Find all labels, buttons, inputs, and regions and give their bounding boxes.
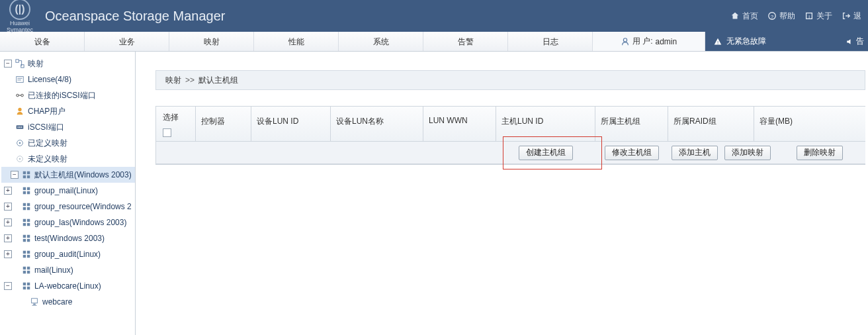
tree-item-iscsi-port[interactable]: iSCSI端口 [1, 119, 135, 135]
svg-point-4 [623, 38, 627, 41]
col-raid-group[interactable]: 所属RAID组 [668, 107, 754, 141]
modify-hostgroup-button[interactable]: 修改主机组 [605, 146, 659, 160]
expand-icon[interactable]: + [4, 203, 12, 211]
svg-rect-6 [16, 60, 19, 62]
tree-item-undefined-map[interactable]: 未定义映射 [1, 151, 135, 167]
nav-home[interactable]: 首页 [730, 11, 758, 22]
svg-rect-32 [27, 203, 30, 206]
nav-logout[interactable]: 退 [842, 11, 861, 22]
tree-item-chap-user[interactable]: CHAP用户 [1, 103, 135, 119]
breadcrumb-root[interactable]: 映射 [165, 75, 181, 86]
svg-rect-16 [18, 126, 19, 128]
iscsi-conn-icon [15, 90, 25, 101]
menu-device[interactable]: 设备 [0, 32, 85, 51]
menu-log[interactable]: 日志 [508, 32, 593, 51]
tree-label: 默认主机组(Windows 2003) [34, 169, 132, 181]
col-select-label: 选择 [163, 112, 179, 123]
svg-rect-44 [27, 251, 30, 254]
tree-host-webcare[interactable]: webcare [1, 294, 135, 310]
col-dev-lun-name[interactable]: 设备LUN名称 [331, 107, 423, 141]
col-dev-lun-id[interactable]: 设备LUN ID [251, 107, 331, 141]
lun-table: 选择 控制器 设备LUN ID 设备LUN名称 LUN WWN 主机LUN ID… [155, 106, 865, 165]
tree-label: 未定义映射 [28, 154, 67, 165]
nav-about[interactable]: i 关于 [804, 11, 832, 22]
hostgroup-icon [21, 185, 32, 196]
hostgroup-icon [21, 217, 32, 228]
svg-point-12 [21, 94, 24, 97]
help-icon: ? [767, 11, 777, 21]
brand-logo: (|) HuaweiSymantec [7, 0, 33, 33]
license-icon [15, 74, 25, 85]
menu-performance[interactable]: 性能 [254, 32, 339, 51]
svg-rect-30 [27, 191, 30, 194]
tree-label: group_las(Windows 2003) [34, 218, 126, 227]
svg-rect-35 [23, 219, 26, 222]
tree-group-webcare[interactable]: − LA-webcare(Linux) [1, 278, 135, 294]
collapse-icon[interactable]: − [4, 60, 12, 68]
expand-icon[interactable]: + [4, 187, 12, 195]
tree-label: test(Windows 2003) [34, 234, 105, 243]
tree-item-iscsi-connected[interactable]: 已连接的iSCSI端口 [1, 87, 135, 103]
tree-group-mail2[interactable]: mail(Linux) [1, 262, 135, 278]
svg-rect-46 [27, 255, 30, 258]
expand-icon[interactable]: + [4, 234, 12, 242]
svg-rect-37 [23, 223, 26, 226]
tree-root-label: 映射 [28, 58, 44, 70]
add-mapping-button[interactable]: 添加映射 [724, 146, 771, 160]
svg-rect-34 [27, 207, 30, 210]
nav-home-label: 首页 [742, 11, 758, 22]
svg-rect-25 [23, 175, 26, 178]
tree-group-resource[interactable]: + group_resource(Windows 2 [1, 199, 135, 215]
col-controller[interactable]: 控制器 [196, 107, 251, 141]
hostgroup-icon [21, 201, 32, 212]
hostgroup-icon [21, 265, 32, 275]
svg-rect-42 [27, 239, 30, 242]
hostgroup-icon [21, 281, 32, 291]
menu-alert-status[interactable]: ! 无紧急故障 [705, 32, 842, 51]
add-host-button[interactable]: 添加主机 [672, 146, 718, 160]
expand-icon[interactable]: + [4, 250, 12, 258]
tree-group-test[interactable]: + test(Windows 2003) [1, 230, 135, 246]
delete-mapping-button[interactable]: 删除映射 [797, 146, 843, 160]
tree-item-license[interactable]: License(4/8) [1, 72, 135, 87]
tree-group-default[interactable]: − 默认主机组(Windows 2003) [1, 167, 135, 183]
user-name: admin [655, 37, 677, 46]
select-all-checkbox[interactable] [163, 128, 171, 137]
chap-user-icon [15, 106, 25, 117]
tree-group-mail[interactable]: + group_mail(Linux) [1, 183, 135, 199]
col-host-group[interactable]: 所属主机组 [595, 107, 668, 141]
menu-user[interactable]: 用 户:admin [593, 32, 705, 51]
menu-mapping[interactable]: 映射 [169, 32, 254, 51]
tree-label: 已连接的iSCSI端口 [28, 90, 96, 101]
collapse-icon[interactable]: − [4, 282, 12, 290]
tree-group-audit[interactable]: + group_audit(Linux) [1, 246, 135, 262]
nav-help[interactable]: ? 帮助 [767, 11, 795, 22]
svg-text:i: i [808, 14, 810, 20]
menu-system[interactable]: 系统 [339, 32, 423, 51]
col-lun-wwn[interactable]: LUN WWN [423, 107, 496, 141]
tree-label: LA-webcare(Linux) [34, 281, 101, 291]
tree-icon [15, 58, 25, 69]
svg-rect-17 [19, 126, 21, 128]
home-icon [730, 11, 740, 21]
svg-point-11 [17, 94, 19, 97]
svg-rect-52 [27, 283, 30, 285]
tree-root-mapping[interactable]: − 映射 [1, 56, 135, 72]
svg-rect-33 [23, 207, 26, 210]
tree-item-defined-map[interactable]: 已定义映射 [1, 135, 135, 151]
col-capacity[interactable]: 容量(MB) [754, 107, 865, 141]
svg-rect-45 [23, 255, 26, 258]
create-hostgroup-button[interactable]: 创建主机组 [519, 146, 573, 160]
expand-icon[interactable]: + [4, 218, 12, 226]
menu-business[interactable]: 业务 [85, 32, 169, 51]
menu-alarm[interactable]: 告警 [423, 32, 508, 51]
svg-point-20 [19, 142, 21, 144]
map-undefined-icon [15, 154, 25, 164]
table-action-row: 创建主机组 修改主机组 添加主机 添加映射 删除映射 [156, 142, 865, 164]
svg-rect-56 [33, 304, 36, 305]
collapse-icon[interactable]: − [11, 171, 19, 179]
col-host-lun-id[interactable]: 主机LUN ID [496, 107, 595, 141]
menu-alert-sound[interactable]: 告 [842, 32, 868, 51]
tree-label: webcare [42, 297, 72, 307]
tree-group-las[interactable]: + group_las(Windows 2003) [1, 215, 135, 230]
